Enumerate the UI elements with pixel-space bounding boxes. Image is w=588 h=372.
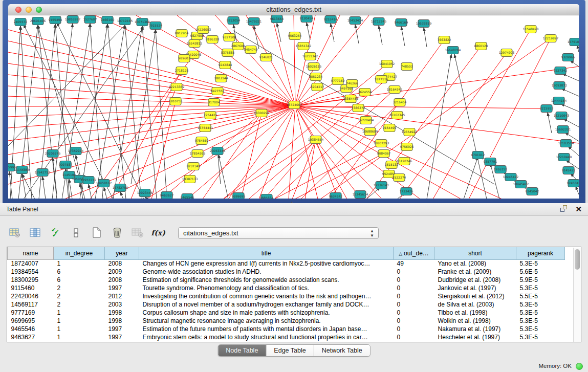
graph-edge[interactable] (355, 25, 359, 43)
graph-node[interactable]: 11156869 (14, 166, 30, 174)
graph-node[interactable]: 1916151 (494, 166, 508, 173)
table-row[interactable]: 1456911722003Disruption of a novel membe… (8, 300, 565, 309)
graph-node[interactable]: 3624554 (358, 89, 372, 96)
graph-node[interactable]: 15751074 (568, 38, 579, 46)
graph-node[interactable]: 19387133 (182, 176, 198, 183)
tab-node-table[interactable]: Node Table (218, 345, 266, 356)
graph-node[interactable]: 8130454 (300, 15, 314, 23)
graph-node[interactable]: 989603 (179, 55, 190, 62)
graph-edge[interactable] (292, 140, 316, 199)
graph-node[interactable]: 9885834 (260, 194, 274, 199)
graph-edge[interactable] (295, 15, 340, 106)
graph-node[interactable]: 9754560 (195, 137, 209, 145)
graph-node[interactable]: 10688609 (362, 128, 378, 136)
window-titlebar[interactable]: citations_edges.txt (8, 4, 579, 15)
graph-node[interactable]: 7915524 (149, 22, 163, 30)
graph-node[interactable]: 9613654 (270, 15, 284, 23)
graph-node[interactable]: 15479321 (246, 18, 262, 26)
graph-node[interactable]: 9227342 (554, 67, 568, 75)
memory-status-icon[interactable] (576, 363, 583, 370)
graph-node[interactable]: 8186328 (206, 36, 220, 43)
graph-node[interactable]: 19384554 (308, 136, 324, 144)
graph-edge[interactable] (8, 21, 128, 146)
table-row[interactable]: 1830029562008Estimation of significance … (8, 276, 565, 284)
graph-node[interactable]: 2803144 (214, 75, 228, 82)
graph-node[interactable]: 9242844 (219, 61, 232, 69)
graph-node[interactable]: 8466169 (395, 19, 408, 27)
graph-edge[interactable] (295, 106, 502, 199)
graph-edge[interactable] (464, 157, 478, 199)
graph-node[interactable]: 2718126 (175, 67, 189, 75)
graph-node[interactable]: 16251342 (302, 53, 318, 60)
network-canvas[interactable]: 2405572206914069155494108532871527607946… (8, 15, 579, 199)
table-row[interactable]: 977716911998Corpus callosum shape and si… (8, 309, 565, 317)
graph-node[interactable]: 9154499 (383, 124, 397, 132)
table-row[interactable]: 1872400712008Changes of HCN gene express… (8, 259, 565, 268)
graph-node[interactable]: 746266 (346, 80, 358, 87)
graph-edge[interactable] (295, 106, 318, 199)
graph-edge[interactable] (561, 89, 579, 96)
graph-node[interactable]: 10853287 (65, 16, 81, 24)
graph-node[interactable]: 11548498 (523, 26, 539, 33)
graph-node[interactable]: 16041952 (379, 60, 395, 68)
graph-node[interactable]: 16648784 (445, 47, 461, 54)
graph-node[interactable]: 8375885 (221, 49, 235, 57)
graph-node[interactable]: 7254421 (204, 112, 217, 119)
row-height-icon[interactable] (69, 225, 84, 240)
graph-edge[interactable] (89, 184, 92, 199)
graph-node[interactable]: 8813054 (227, 17, 241, 25)
graph-node[interactable]: 9634542 (329, 193, 343, 199)
column-header-pagerank[interactable]: pagerank (516, 247, 565, 259)
graph-edge[interactable] (307, 23, 310, 40)
graph-node[interactable]: 10945422 (503, 173, 519, 181)
graph-node[interactable]: 18945422 (513, 181, 529, 188)
graph-node[interactable]: 12103514 (558, 140, 574, 147)
column-header-year[interactable]: year (105, 247, 139, 259)
tab-network-table[interactable]: Network Table (314, 345, 370, 356)
graph-node[interactable]: 8245042 (526, 188, 539, 195)
graph-edge[interactable] (424, 28, 427, 47)
graph-node[interactable]: 18300295 (254, 110, 270, 117)
graph-node[interactable]: 9777169 (331, 77, 345, 85)
graph-edge[interactable] (295, 106, 347, 199)
graph-edge[interactable] (8, 63, 295, 106)
graph-edge[interactable] (156, 30, 167, 199)
graph-node[interactable]: 16712345 (371, 18, 387, 26)
graph-node[interactable]: 8427552 (211, 87, 225, 95)
table-selector-dropdown[interactable]: citations_edges.txt ▲▼ (178, 227, 379, 239)
graph-node[interactable]: 9084067 (377, 150, 391, 158)
select-all-icon[interactable]: ✔✔✔ (48, 225, 63, 240)
show-columns-icon[interactable] (28, 225, 43, 240)
graph-node[interactable]: 9051234 (309, 73, 323, 81)
graph-node[interactable]: 9329966 (561, 54, 575, 61)
graph-node[interactable]: 12444154 (551, 97, 567, 105)
graph-edge[interactable] (548, 113, 552, 133)
create-column-icon[interactable] (89, 225, 104, 240)
graph-edge[interactable] (294, 15, 295, 106)
graph-edge[interactable] (316, 140, 361, 199)
graph-node[interactable]: 12974903 (499, 49, 515, 57)
graph-node[interactable]: 16162345 (389, 112, 405, 119)
graph-node[interactable]: 1733426 (400, 188, 413, 195)
graph-node[interactable]: 9563254 (288, 32, 302, 40)
graph-node[interactable]: 19136141 (374, 182, 389, 189)
graph-edge[interactable] (562, 74, 579, 81)
graph-node[interactable]: 16120746 (397, 158, 412, 165)
graph-node[interactable]: 23364486 (343, 95, 359, 103)
delete-columns-icon[interactable] (110, 225, 125, 240)
graph-node[interactable]: 8454749 (244, 46, 258, 54)
graph-node[interactable]: 14226053 (195, 26, 211, 34)
graph-edge[interactable] (113, 26, 142, 199)
graph-node[interactable]: 18807293 (374, 140, 389, 147)
column-header-short[interactable]: short (434, 247, 516, 259)
node-table[interactable]: namein_degreeyeartitle△out_de…shortpager… (7, 247, 565, 341)
graph-edge[interactable] (90, 55, 193, 199)
graph-edge[interactable] (277, 23, 281, 42)
graph-node[interactable]: 9097587 (59, 161, 73, 169)
column-header-in_degree[interactable]: in_degree (54, 247, 105, 259)
graph-node[interactable]: 18724007 (287, 101, 302, 109)
graph-node[interactable]: 20053346 (210, 147, 226, 155)
graph-node[interactable]: 20206576 (45, 150, 61, 158)
graph-edge[interactable] (379, 26, 382, 45)
close-panel-icon[interactable]: ✕ (575, 205, 582, 213)
